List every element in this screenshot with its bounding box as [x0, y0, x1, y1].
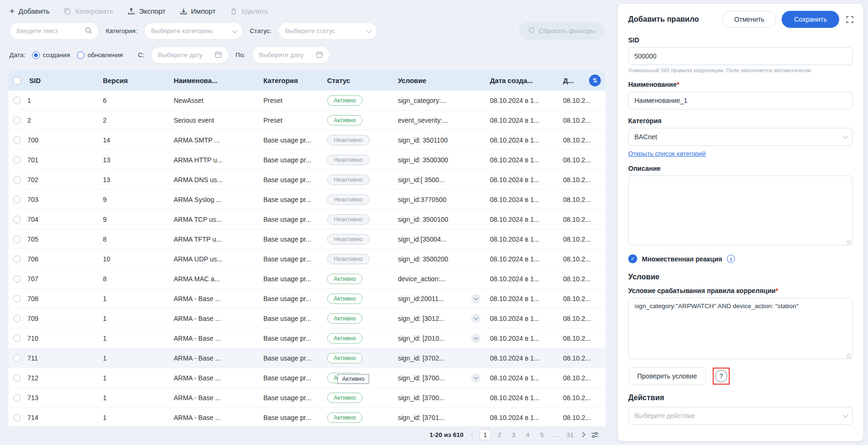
row-checkbox[interactable]	[13, 374, 21, 382]
info-icon[interactable]: i	[727, 255, 735, 263]
column-header-sid[interactable]: SID	[8, 70, 98, 91]
sid-input[interactable]	[628, 47, 853, 65]
table-row[interactable]: 713 1 ARMA - Base ... Base usage pr... А…	[8, 388, 606, 408]
column-header-updated[interactable]: Д... ⇅	[558, 70, 606, 91]
import-button[interactable]: Импорт	[180, 7, 216, 15]
row-checkbox[interactable]	[13, 335, 21, 342]
table-row[interactable]: 714 1 ARMA - Base ... Base usage pr... А…	[8, 408, 606, 427]
sid-value: 706	[27, 255, 38, 263]
date-from-input[interactable]: Выберите дату	[151, 46, 229, 64]
cancel-button[interactable]: Отменить	[722, 11, 776, 28]
table-row[interactable]: 703 9 ARMA Syslog ... Base usage pr... Н…	[8, 190, 606, 210]
name-input[interactable]	[628, 92, 853, 109]
row-checkbox[interactable]	[13, 275, 21, 283]
table-settings-icon[interactable]	[591, 431, 599, 439]
table-row[interactable]: 701 13 ARMA HTTP u... Base usage pr... Н…	[8, 150, 606, 170]
column-header-sid-label: SID	[29, 77, 41, 84]
created-cell: 08.10.2024 в 1...	[485, 328, 558, 348]
date-created-radio[interactable]: создания	[32, 51, 70, 59]
table-row[interactable]: 1 6 NewAsset Preset Активно sign_categor…	[8, 91, 606, 110]
date-updated-radio[interactable]: обновления	[77, 51, 123, 59]
reset-filters-button[interactable]: Сбросить фильтры	[519, 22, 605, 40]
pagination-page-5[interactable]: 5	[536, 429, 548, 440]
category-cell: Preset	[259, 91, 322, 110]
updated-cell: 08.10.2...	[558, 150, 606, 170]
table-row[interactable]: 704 9 ARMA TCP us... Base usage pr... Не…	[8, 210, 606, 229]
copy-button[interactable]: Копировать	[64, 7, 113, 15]
version-cell: 6	[98, 91, 169, 110]
table-row[interactable]: 700 14 ARMA SMTP ... Base usage pr... Не…	[8, 130, 606, 150]
condition-help-button[interactable]: ?	[715, 370, 727, 382]
column-settings-button[interactable]: ⇅	[589, 75, 601, 86]
row-checkbox[interactable]	[13, 97, 21, 104]
column-header-category[interactable]: Категория	[259, 70, 322, 91]
row-checkbox[interactable]	[13, 176, 21, 184]
table-row[interactable]: 2 2 Serious event Preset Активно event_s…	[8, 110, 606, 130]
version-cell: 1	[98, 309, 169, 328]
table-row[interactable]: 711 1 ARMA - Base ... Base usage pr... А…	[8, 348, 606, 368]
multiple-reaction-checkbox[interactable]: ✓	[628, 254, 637, 263]
row-checkbox[interactable]	[13, 196, 21, 203]
pagination-page-4[interactable]: 4	[522, 429, 533, 440]
expand-condition-icon[interactable]	[471, 294, 480, 303]
pagination-page-31[interactable]: 31	[565, 429, 576, 440]
row-checkbox[interactable]	[13, 117, 21, 124]
filter-row-1: Категория: Выберите категорию Статус: Вы…	[8, 22, 606, 46]
delete-button[interactable]: Удалить	[230, 7, 268, 15]
sid-value: 702	[27, 176, 38, 184]
condition-textarea[interactable]: sign_category:"ARPWATCH" AND device_acti…	[628, 298, 853, 359]
table-row[interactable]: 707 8 ARMA MAC a... Base usage pr... Акт…	[8, 269, 606, 289]
category-select[interactable]: BACnet	[628, 128, 853, 146]
category-cell: Base usage pr...	[259, 368, 322, 388]
row-checkbox[interactable]	[13, 394, 21, 402]
action-select[interactable]: Выберите действие	[628, 407, 853, 425]
table-row[interactable]: 702 13 ARMA DNS us... Base usage pr... Н…	[8, 170, 606, 190]
date-to-input[interactable]: Выберите дату	[252, 46, 330, 64]
table-row[interactable]: 708 1 ARMA - Base ... Base usage pr... А…	[8, 289, 606, 309]
pagination-page-3[interactable]: 3	[508, 429, 519, 440]
column-header-status[interactable]: Статус	[322, 70, 393, 91]
column-header-version[interactable]: Версия	[98, 70, 169, 91]
version-cell: 8	[98, 269, 169, 289]
row-checkbox[interactable]	[13, 315, 21, 322]
status-filter-placeholder: Выберите статус	[285, 27, 335, 34]
expand-icon[interactable]	[845, 15, 855, 25]
save-button[interactable]: Сохранить	[782, 11, 839, 28]
category-filter-select[interactable]: Выберите категорию	[144, 22, 243, 40]
column-header-created[interactable]: Дата созда...	[485, 70, 558, 91]
row-checkbox[interactable]	[13, 156, 21, 164]
add-button[interactable]: + Добавить	[9, 7, 50, 16]
row-checkbox[interactable]	[13, 136, 21, 144]
open-category-list-link[interactable]: Открыть список категорий	[628, 150, 706, 157]
pagination-page-1[interactable]: 1	[480, 429, 491, 440]
table-row[interactable]: 712 1 ARMA - Base ... Base usage pr... А…	[8, 368, 606, 388]
expand-condition-icon[interactable]	[471, 373, 480, 383]
check-condition-button[interactable]: Проверить условие	[628, 367, 706, 385]
column-header-condition[interactable]: Условие	[393, 70, 485, 91]
status-filter-select[interactable]: Выберите статус	[278, 22, 377, 40]
table-row[interactable]: 710 1 ARMA - Base ... Base usage pr... А…	[8, 328, 606, 348]
row-checkbox[interactable]	[13, 216, 21, 223]
select-all-checkbox[interactable]	[13, 77, 21, 84]
import-button-label: Импорт	[191, 7, 216, 15]
column-header-name[interactable]: Наименова...	[169, 70, 259, 91]
pagination-page-2[interactable]: 2	[494, 429, 505, 440]
row-checkbox[interactable]	[13, 295, 21, 302]
expand-condition-icon[interactable]	[471, 314, 480, 323]
table-row[interactable]: 705 8 ARMA TFTP u... Base usage pr... Не…	[8, 229, 606, 249]
status-filter-label: Статус:	[250, 27, 271, 34]
expand-condition-icon[interactable]	[471, 334, 480, 343]
pagination-prev-icon[interactable]	[470, 432, 475, 437]
export-button[interactable]: Экспорт	[127, 7, 165, 15]
pagination-next-icon[interactable]	[580, 432, 585, 437]
row-checkbox[interactable]	[13, 354, 21, 362]
row-checkbox[interactable]	[13, 235, 21, 243]
search-input[interactable]	[17, 27, 81, 34]
table-row[interactable]: 709 1 ARMA - Base ... Base usage pr... А…	[8, 309, 606, 328]
description-textarea[interactable]	[628, 176, 853, 245]
search-icon[interactable]	[85, 27, 92, 35]
row-checkbox[interactable]	[13, 414, 21, 421]
row-checkbox[interactable]	[13, 255, 21, 263]
date-to-label: По:	[236, 51, 245, 59]
table-row[interactable]: 706 10 ARMA UDP us... Base usage pr... Н…	[8, 249, 606, 269]
